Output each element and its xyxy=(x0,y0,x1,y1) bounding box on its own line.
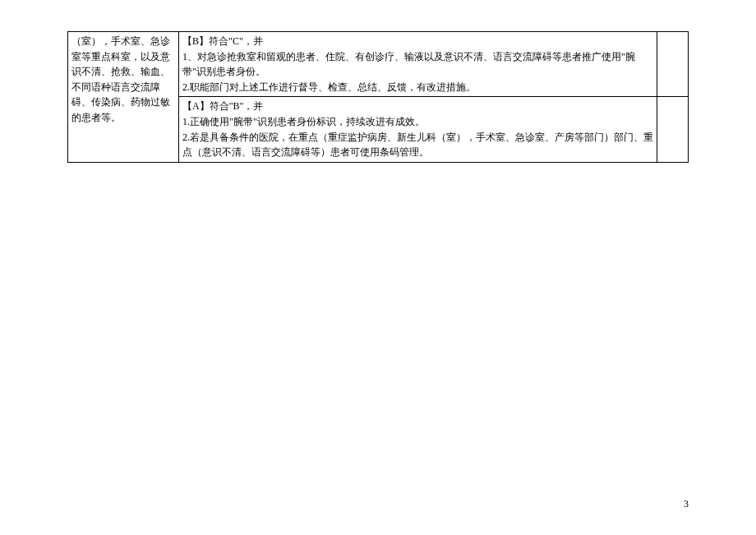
page-number: 3 xyxy=(684,498,689,510)
table-row: （室），手术室、急诊室等重点科室，以及意识不清、抢救、输血、不同语种语言交流障碍… xyxy=(68,32,689,97)
empty-cell xyxy=(657,97,689,162)
criteria-table: （室），手术室、急诊室等重点科室，以及意识不清、抢救、输血、不同语种语言交流障碍… xyxy=(67,31,689,163)
criteria-line: 2.若是具备条件的医院，在重点（重症监护病房、新生儿科（室），手术室、急诊室、产… xyxy=(182,130,653,160)
criteria-cell-b: 【B】符合"C"，并 1、对急诊抢救室和留观的患者、住院、有创诊疗、输液以及意识… xyxy=(179,32,657,97)
criteria-header: 【B】符合"C"，并 xyxy=(182,34,653,49)
document-table-container: （室），手术室、急诊室等重点科室，以及意识不清、抢救、输血、不同语种语言交流障碍… xyxy=(67,31,689,163)
criteria-header: 【A】符合"B"，并 xyxy=(182,99,653,114)
criteria-line: 2.职能部门对上述工作进行督导、检查、总结、反馈，有改进措施。 xyxy=(182,80,653,95)
criteria-cell-a: 【A】符合"B"，并 1.正确使用"腕带"识别患者身份标识，持续改进有成效。 2… xyxy=(179,97,657,162)
criteria-line: 1.正确使用"腕带"识别患者身份标识，持续改进有成效。 xyxy=(182,114,653,130)
criteria-line: 1、对急诊抢救室和留观的患者、住院、有创诊疗、输液以及意识不清、语言交流障碍等患… xyxy=(182,49,653,80)
empty-cell xyxy=(657,32,689,97)
left-context-cell: （室），手术室、急诊室等重点科室，以及意识不清、抢救、输血、不同语种语言交流障碍… xyxy=(68,32,179,163)
